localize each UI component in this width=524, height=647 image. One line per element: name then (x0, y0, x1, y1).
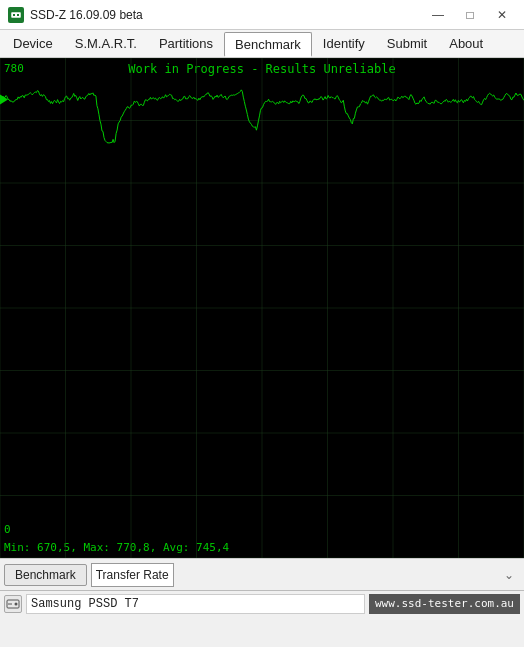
title-bar: SSD-Z 16.09.09 beta — □ ✕ (0, 0, 524, 30)
menu-bar: Device S.M.A.R.T. Partitions Benchmark I… (0, 30, 524, 58)
window-controls: — □ ✕ (424, 5, 516, 25)
app-icon (8, 7, 24, 23)
menu-about[interactable]: About (438, 31, 494, 56)
bottom-bar: Benchmark Transfer Rate Access Time IOPS (0, 558, 524, 590)
svg-point-4 (15, 602, 18, 605)
transfer-type-dropdown-wrapper: Transfer Rate Access Time IOPS (91, 563, 520, 587)
menu-identify[interactable]: Identify (312, 31, 376, 56)
menu-submit[interactable]: Submit (376, 31, 438, 56)
benchmark-run-button[interactable]: Benchmark (4, 564, 87, 586)
close-button[interactable]: ✕ (488, 5, 516, 25)
transfer-type-select[interactable]: Transfer Rate Access Time IOPS (91, 563, 174, 587)
app-title: SSD-Z 16.09.09 beta (30, 8, 143, 22)
title-bar-left: SSD-Z 16.09.09 beta (8, 7, 143, 23)
drive-icon (4, 595, 22, 613)
website-url: www.ssd-tester.com.au (369, 594, 520, 614)
status-bar: Samsung PSSD T7 www.ssd-tester.com.au (0, 590, 524, 616)
menu-partitions[interactable]: Partitions (148, 31, 224, 56)
benchmark-canvas (0, 58, 524, 558)
drive-name: Samsung PSSD T7 (26, 594, 365, 614)
svg-rect-2 (17, 14, 19, 16)
menu-benchmark[interactable]: Benchmark (224, 32, 312, 57)
chart-area: 780 Work in Progress - Results Unreliabl… (0, 58, 524, 558)
menu-smart[interactable]: S.M.A.R.T. (64, 31, 148, 56)
svg-rect-0 (11, 12, 21, 18)
maximize-button[interactable]: □ (456, 5, 484, 25)
minimize-button[interactable]: — (424, 5, 452, 25)
menu-device[interactable]: Device (2, 31, 64, 56)
svg-rect-1 (13, 14, 15, 16)
